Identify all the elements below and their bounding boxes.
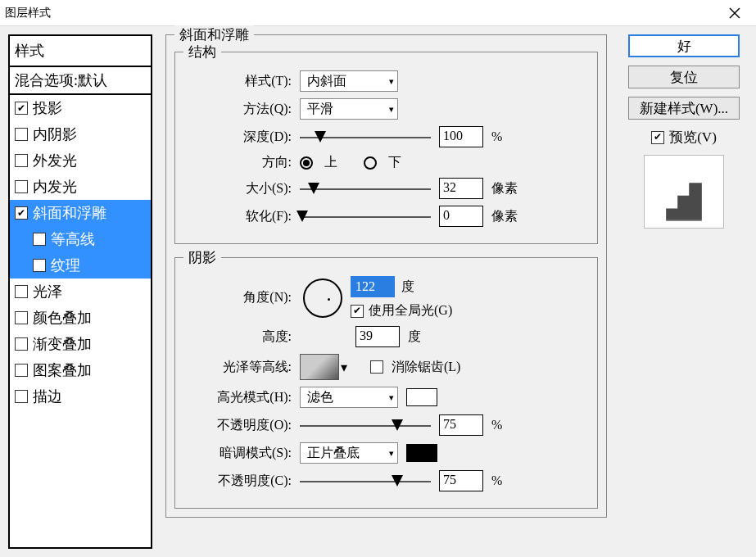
settings-panel: 斜面和浮雕 结构 样式(T): 内斜面 ▾ 方法(Q): 平滑 — [165, 34, 607, 549]
dialog-body: 样式 混合选项:默认 投影 内阴影 外发光 内发光 斜面和浮雕 等高线 纹理 光… — [0, 26, 756, 557]
shadow-opacity-input[interactable]: 75 — [439, 470, 483, 491]
soften-input[interactable]: 0 — [439, 206, 483, 227]
antialias-checkbox[interactable] — [370, 360, 383, 374]
highlight-opacity-input[interactable]: 75 — [439, 414, 483, 436]
depth-input[interactable]: 100 — [439, 126, 483, 147]
titlebar: 图层样式 — [0, 0, 756, 26]
fx-inner-shadow[interactable]: 内阴影 — [10, 121, 151, 147]
fx-inner-glow[interactable]: 内发光 — [10, 174, 151, 200]
fx-pattern-overlay[interactable]: 图案叠加 — [10, 357, 151, 383]
gloss-contour-label: 光泽等高线: — [185, 359, 292, 376]
direction-up-radio[interactable] — [300, 156, 313, 170]
direction-down-radio[interactable] — [364, 156, 377, 170]
shadow-opacity-slider[interactable] — [300, 472, 431, 490]
layer-style-dialog: 图层样式 样式 混合选项:默认 投影 内阴影 外发光 内发光 斜面和浮雕 等高线… — [0, 0, 756, 557]
fx-bevel-emboss[interactable]: 斜面和浮雕 — [10, 200, 151, 226]
depth-label: 深度(D): — [185, 129, 292, 146]
checkbox-icon[interactable] — [15, 128, 28, 141]
size-input[interactable]: 32 — [439, 178, 483, 199]
fx-color-overlay[interactable]: 颜色叠加 — [10, 305, 151, 331]
checkbox-icon[interactable] — [15, 311, 28, 324]
shadow-mode-select[interactable]: 正片叠底 ▾ — [300, 442, 398, 464]
angle-label: 角度(N): — [185, 289, 292, 306]
close-icon — [729, 7, 740, 19]
contour-thumbnail-icon — [300, 354, 339, 380]
fx-satin[interactable]: 光泽 — [10, 278, 151, 305]
ok-button[interactable]: 好 — [628, 34, 740, 57]
shadow-color-swatch[interactable] — [406, 444, 437, 462]
altitude-label: 高度: — [185, 328, 292, 346]
checkbox-icon[interactable] — [15, 154, 28, 167]
right-panel: 好 复位 新建样式(W)... 预览(V) — [620, 34, 748, 549]
angle-dial[interactable] — [303, 278, 342, 318]
global-light-checkbox[interactable] — [351, 305, 364, 318]
chevron-down-icon: ▾ — [389, 76, 394, 87]
direction-label: 方向: — [185, 154, 292, 171]
fx-gradient-overlay[interactable]: 渐变叠加 — [10, 331, 151, 357]
altitude-input[interactable]: 39 — [355, 326, 400, 347]
fx-drop-shadow[interactable]: 投影 — [10, 95, 151, 121]
highlight-opacity-slider[interactable] — [300, 416, 431, 434]
technique-label: 方法(Q): — [185, 101, 292, 118]
shading-group: 阴影 角度(N): 122 度 使用全局光(G) — [174, 257, 598, 509]
structure-title: 结构 — [183, 43, 221, 61]
soften-slider[interactable] — [300, 207, 431, 225]
size-label: 大小(S): — [185, 180, 292, 197]
reset-button[interactable]: 复位 — [628, 66, 740, 88]
style-select[interactable]: 内斜面 ▾ — [300, 70, 398, 92]
checkbox-icon[interactable] — [15, 390, 28, 403]
checkbox-icon[interactable] — [15, 180, 28, 193]
shading-title: 阴影 — [183, 248, 221, 267]
checkbox-icon[interactable] — [15, 206, 28, 220]
gloss-contour-picker[interactable]: ▾ — [300, 354, 347, 380]
chevron-down-icon: ▾ — [389, 392, 394, 403]
angle-input[interactable]: 122 — [351, 276, 395, 297]
chevron-down-icon: ▾ — [389, 104, 394, 115]
technique-select[interactable]: 平滑 ▾ — [300, 98, 398, 120]
close-button[interactable] — [720, 2, 749, 25]
highlight-mode-select[interactable]: 滤色 ▾ — [300, 387, 398, 408]
preview-shape-icon — [663, 179, 705, 221]
structure-group: 结构 样式(T): 内斜面 ▾ 方法(Q): 平滑 ▾ — [174, 52, 598, 244]
shadow-mode-label: 暗调模式(S): — [185, 445, 292, 462]
highlight-mode-label: 高光模式(H): — [185, 389, 292, 406]
checkbox-icon[interactable] — [33, 259, 46, 272]
shadow-opacity-label: 不透明度(C): — [185, 473, 292, 490]
chevron-down-icon: ▾ — [389, 448, 394, 459]
preview-toggle[interactable]: 预览(V) — [651, 128, 717, 147]
soften-label: 软化(F): — [185, 208, 292, 225]
checkbox-icon[interactable] — [15, 364, 28, 377]
styles-panel: 样式 混合选项:默认 投影 内阴影 外发光 内发光 斜面和浮雕 等高线 纹理 光… — [8, 34, 152, 549]
fx-texture[interactable]: 纹理 — [10, 252, 151, 278]
checkbox-icon[interactable] — [33, 233, 46, 246]
depth-slider[interactable] — [300, 128, 431, 146]
highlight-color-swatch[interactable] — [406, 388, 437, 406]
preview-thumbnail — [644, 155, 724, 229]
checkbox-icon[interactable] — [15, 285, 28, 298]
checkbox-icon[interactable] — [15, 102, 28, 115]
bevel-group: 斜面和浮雕 结构 样式(T): 内斜面 ▾ 方法(Q): 平滑 — [165, 34, 607, 518]
window-title: 图层样式 — [5, 6, 51, 20]
bevel-title: 斜面和浮雕 — [174, 25, 254, 44]
new-style-button[interactable]: 新建样式(W)... — [628, 97, 740, 120]
styles-header[interactable]: 样式 — [10, 36, 151, 67]
style-label: 样式(T): — [185, 73, 292, 90]
chevron-down-icon: ▾ — [341, 360, 347, 375]
size-slider[interactable] — [300, 179, 431, 197]
fx-contour[interactable]: 等高线 — [10, 226, 151, 252]
checkbox-icon[interactable] — [15, 337, 28, 351]
highlight-opacity-label: 不透明度(O): — [185, 417, 292, 434]
fx-outer-glow[interactable]: 外发光 — [10, 147, 151, 174]
fx-stroke[interactable]: 描边 — [10, 383, 151, 410]
blend-options[interactable]: 混合选项:默认 — [10, 67, 151, 95]
checkbox-icon — [651, 131, 664, 144]
